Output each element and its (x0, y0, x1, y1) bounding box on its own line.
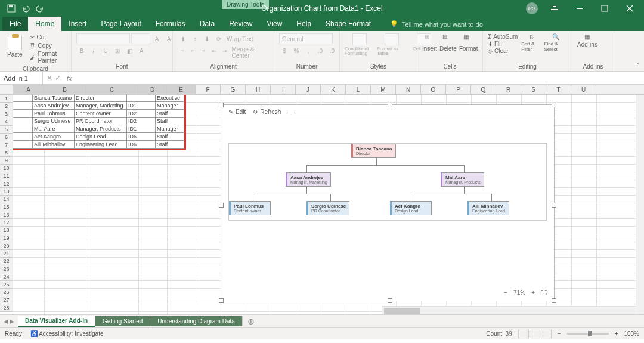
table-cell[interactable]: Staff (156, 110, 184, 118)
table-cell[interactable]: Mai Aare (33, 125, 75, 133)
column-header[interactable]: N (396, 85, 421, 94)
column-header[interactable]: M (371, 85, 396, 94)
row-header[interactable]: 28 (0, 304, 13, 312)
row-header[interactable]: 6 (0, 134, 13, 141)
comma-icon[interactable]: , (303, 45, 314, 56)
row-header[interactable]: 15 (0, 203, 13, 211)
merge-center-button[interactable]: Merge & Center (231, 45, 269, 60)
zoom-thumb[interactable] (588, 331, 592, 336)
tab-formulas[interactable]: Formulas (148, 17, 193, 31)
table-cell[interactable]: Design Lead (75, 133, 127, 141)
fill-button[interactable]: ⬇Fill (488, 41, 518, 47)
undo-icon[interactable] (19, 2, 32, 15)
row-header[interactable]: 16 (0, 211, 13, 219)
resize-handle[interactable] (552, 298, 556, 303)
decrease-decimal-icon[interactable]: .0 (327, 45, 338, 56)
add-sheet-button[interactable]: ⊕ (243, 317, 259, 326)
resize-handle[interactable] (219, 298, 224, 303)
org-node[interactable]: Aasa AndrejevManager, Marketing (286, 172, 331, 187)
table-cell[interactable]: Content owner (75, 110, 127, 118)
table-cell[interactable]: ID2 (127, 118, 156, 125)
table-cell[interactable]: Aili Mihhailov (33, 141, 75, 149)
indent-icon[interactable]: ⇥ (220, 45, 230, 56)
zoom-in-icon[interactable]: + (531, 289, 535, 296)
tab-page-layout[interactable]: Page Layout (94, 17, 148, 31)
sheet-tab-active[interactable]: Data Visualizer Add-in (18, 316, 95, 327)
column-header[interactable]: F (196, 85, 221, 94)
tab-home[interactable]: Home (28, 17, 61, 31)
cell-styles-button[interactable]: Cell Styles (409, 33, 439, 56)
embedded-chart[interactable]: ✎Edit ↻Refresh ⋯ Bianca ToscanoDirectorA… (221, 104, 555, 301)
row-header[interactable]: 8 (0, 149, 13, 157)
column-header[interactable]: P (446, 85, 471, 94)
resize-handle[interactable] (388, 103, 392, 107)
delete-cells-button[interactable]: ⊟Delete (439, 33, 457, 52)
paste-button[interactable]: Paste (5, 33, 25, 59)
find-select-button[interactable]: 🔍Find & Select (544, 33, 568, 52)
fill-color-icon[interactable]: ◧ (124, 45, 135, 56)
percent-icon[interactable]: % (291, 45, 302, 56)
resize-handle[interactable] (552, 103, 556, 107)
bold-icon[interactable]: B (76, 45, 87, 56)
tab-file[interactable]: File (2, 17, 28, 31)
horizontal-scrollbar[interactable] (382, 306, 636, 314)
name-box[interactable]: Add-in 1 (0, 72, 43, 84)
font-name-select[interactable] (76, 33, 130, 44)
column-header[interactable]: D (138, 85, 167, 94)
chart-more-button[interactable]: ⋯ (288, 109, 294, 115)
conditional-formatting-button[interactable]: Conditional Formatting (345, 33, 374, 56)
column-header[interactable]: B (44, 85, 86, 94)
table-cell[interactable]: Paul Lohmus (33, 110, 75, 118)
accept-formula-icon[interactable]: ✓ (55, 74, 61, 82)
tab-shape-format[interactable]: Shape Format (318, 17, 378, 31)
currency-icon[interactable]: $ (279, 45, 290, 56)
column-header[interactable]: U (571, 85, 596, 94)
resize-handle[interactable] (388, 298, 392, 303)
table-cell[interactable]: Aasa Andrejev (33, 102, 75, 110)
increase-decimal-icon[interactable]: .0 (315, 45, 326, 56)
zoom-slider[interactable] (567, 333, 609, 335)
format-cells-button[interactable]: ▦Format (459, 33, 478, 52)
maximize-icon[interactable] (593, 0, 617, 17)
zoom-level[interactable]: 100% (624, 330, 639, 337)
increase-font-icon[interactable]: A (151, 33, 162, 44)
copy-button[interactable]: ⿻Copy (29, 42, 66, 50)
table-cell[interactable] (127, 94, 156, 102)
underline-icon[interactable]: U (100, 45, 111, 56)
select-all-corner[interactable] (0, 85, 13, 94)
table-cell[interactable]: Director (75, 94, 127, 102)
tab-review[interactable]: Review (222, 17, 259, 31)
chart-edit-button[interactable]: ✎Edit (228, 109, 246, 115)
resize-handle[interactable] (219, 103, 224, 107)
align-left-icon[interactable]: ≡ (178, 45, 187, 56)
row-header[interactable]: 4 (0, 118, 13, 126)
row-header[interactable]: 19 (0, 234, 13, 242)
table-cell[interactable]: ID6 (127, 141, 156, 149)
column-header[interactable]: H (246, 85, 271, 94)
column-header[interactable]: G (221, 85, 246, 94)
row-header[interactable]: 11 (0, 172, 13, 180)
font-size-select[interactable] (131, 33, 150, 44)
org-node[interactable]: Paul LohmusContent owner (229, 201, 271, 215)
row-header[interactable]: 12 (0, 180, 13, 188)
table-cell[interactable]: Manager, Marketing (75, 102, 127, 110)
table-cell[interactable]: ID6 (127, 133, 156, 141)
scroll-thumb[interactable] (384, 308, 420, 314)
align-bottom-icon[interactable]: ⬇ (202, 33, 212, 44)
column-header[interactable]: T (546, 85, 571, 94)
table-cell[interactable]: ID1 (127, 125, 156, 133)
table-cell[interactable]: Aet Kangro (33, 133, 75, 141)
row-header[interactable]: 21 (0, 250, 13, 258)
table-cell[interactable]: Manager (156, 125, 184, 133)
table-cell[interactable]: Manager, Products (75, 125, 127, 133)
table-cell[interactable]: Staff (156, 118, 184, 125)
row-header[interactable]: 24 (0, 273, 13, 281)
row-header[interactable]: 10 (0, 165, 13, 172)
tab-insert[interactable]: Insert (61, 17, 94, 31)
row-header[interactable]: 7 (0, 141, 13, 149)
addins-button[interactable]: ▦Add-ins (577, 33, 597, 48)
column-header[interactable]: E (167, 85, 196, 94)
orientation-icon[interactable]: ⟳ (213, 33, 224, 44)
row-header[interactable]: 18 (0, 227, 13, 234)
cut-button[interactable]: ✂Cut (29, 33, 66, 41)
